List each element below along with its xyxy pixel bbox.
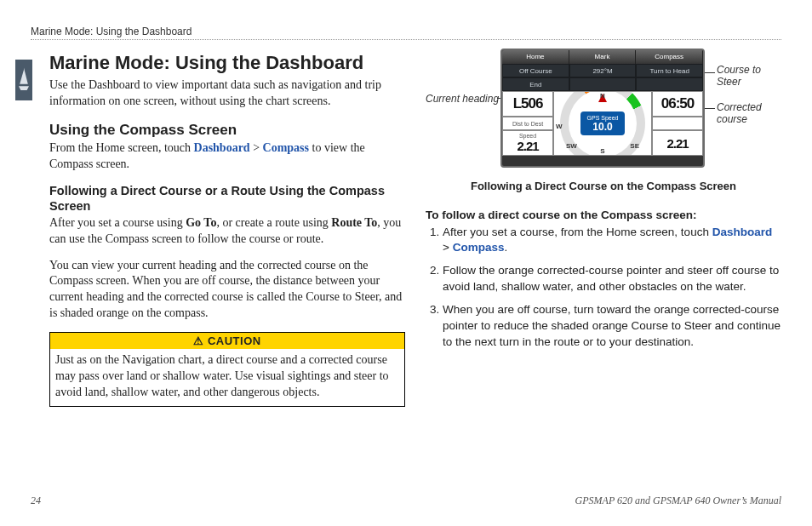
gps-speed-value: 10.0 (592, 121, 612, 133)
device-tab-home: Home (502, 50, 569, 64)
device-tab-mark: Mark (569, 50, 637, 64)
caution-bar: ⚠ CAUTION (50, 333, 404, 349)
device-tab-compass: Compass (636, 50, 703, 64)
section-heading: Using the Compass Screen (49, 122, 405, 139)
compass-se: SE (630, 142, 639, 150)
header-rule (31, 39, 781, 40)
intro-paragraph: Use the Dashboard to view important data… (49, 77, 405, 110)
caution-body: Just as on the Navigation chart, a direc… (50, 349, 404, 406)
device-right-bot-val: 2.21 (666, 136, 688, 151)
goto-label: Go To (186, 216, 216, 229)
device-tabs: Home Mark Compass (502, 50, 703, 64)
steps-lead: To follow a direct course on the Compass… (426, 209, 781, 221)
step1-sep: > (443, 241, 453, 254)
device-row-3: End (502, 77, 703, 91)
device-right-bot: 2.21 (652, 130, 703, 156)
device-row3-right (636, 77, 703, 91)
step-1: After you set a course, from the Home sc… (443, 225, 781, 257)
device-left-top-val: L506 (513, 95, 543, 112)
device-turntohead: Turn to Head (636, 64, 703, 77)
step1-pre: After you set a course, from the Home sc… (443, 226, 712, 238)
device-left-panel: L506 Dist to Dest Speed2.21 (502, 91, 553, 156)
compass-s: S (600, 147, 604, 155)
caution-box: ⚠ CAUTION Just as on the Navigation char… (49, 332, 405, 407)
side-tab (15, 60, 32, 100)
sailboat-icon (19, 67, 29, 93)
manual-title: GPSMAP 620 and GPSMAP 640 Owner’s Manual (575, 495, 781, 507)
step1-post: . (504, 241, 507, 254)
device-right-mid (652, 117, 703, 130)
callout-corrected-course: Corrected course (717, 101, 785, 125)
left-column: Marine Mode: Using the Dashboard Use the… (31, 47, 405, 407)
device-compass: GPS Speed 10.0 N S W SW SE (553, 91, 652, 156)
subsection-body-1: After you set a course using Go To, or c… (49, 215, 405, 248)
nav-dashboard-link: Dashboard (194, 141, 250, 154)
nav-compass-link: Compass (263, 141, 309, 154)
device-left-bot: Speed2.21 (502, 130, 553, 156)
device-row3-mid (569, 77, 637, 91)
device-right-panel: 06:50 2.21 (652, 91, 703, 156)
right-column: Current heading Course to Steer Correcte… (426, 47, 781, 407)
device-left-mid: Dist to Dest (502, 117, 553, 130)
device-end: End (502, 77, 569, 91)
compass-w: W (556, 123, 563, 130)
steps-list: After you set a course, from the Home sc… (426, 225, 781, 351)
device-left-top: L506 (502, 91, 553, 117)
callout-course-to-steer: Course to Steer (717, 64, 785, 88)
step1-nav2: Compass (453, 241, 505, 254)
page-footer: 24 GPSMAP 620 and GPSMAP 640 Owner’s Man… (31, 495, 781, 507)
compass-sw: SW (566, 142, 577, 150)
device-right-top: 06:50 (652, 91, 703, 117)
manual-page: Marine Mode: Using the Dashboard Marine … (0, 0, 812, 526)
gps-speed-label: GPS Speed (587, 115, 619, 121)
device-right-top-val: 06:50 (661, 95, 694, 112)
step1-nav1: Dashboard (712, 226, 773, 238)
section-body-prefix: From the Home screen, touch (49, 141, 194, 154)
page-number: 24 (31, 495, 41, 507)
device-row-2: Off Course 292°M Turn to Head (502, 64, 703, 77)
routeto-label: Route To (331, 216, 377, 229)
device-left-bot-val: 2.21 (517, 139, 538, 153)
device-heading-value: 292°M (569, 64, 637, 77)
subsection-body-2: You can view your current heading and th… (49, 258, 405, 323)
sub1-a: After you set a course using (49, 216, 186, 229)
step-2: Follow the orange corrected-course point… (443, 263, 781, 295)
figure: Current heading Course to Steer Correcte… (426, 49, 781, 176)
warning-icon: ⚠ (193, 334, 204, 347)
device-screenshot: Home Mark Compass Off Course 292°M Turn … (500, 49, 705, 168)
device-left-mid-label: Dist to Dest (512, 121, 543, 127)
device-main: L506 Dist to Dest Speed2.21 GPS Speed 10… (502, 91, 703, 156)
figure-caption: Following a Direct Course on the Compass… (426, 180, 781, 193)
nav-sep: > (250, 141, 263, 154)
compass-hub: GPS Speed 10.0 (580, 111, 625, 135)
compass-n: N (600, 92, 605, 100)
section-body: From the Home screen, touch Dashboard > … (49, 140, 405, 173)
device-left-bot-label: Speed (519, 133, 536, 139)
step-3: When you are off course, turn toward the… (443, 302, 781, 351)
subsection-heading: Following a Direct Course or a Route Usi… (49, 183, 405, 214)
page-title: Marine Mode: Using the Dashboard (49, 52, 405, 74)
running-head: Marine Mode: Using the Dashboard (31, 26, 781, 37)
caution-label: CAUTION (208, 334, 261, 347)
callout-current-heading: Current heading (426, 93, 499, 105)
device-offcourse: Off Course (502, 64, 569, 77)
sub1-b: , or create a route using (216, 216, 331, 229)
